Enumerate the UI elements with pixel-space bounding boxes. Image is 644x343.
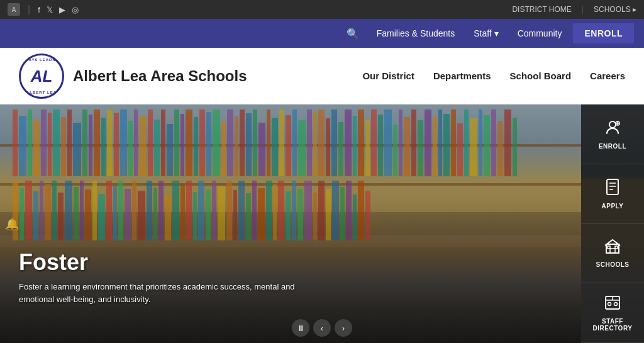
hero-section: 🔔 Foster Foster a learning environment t… (0, 104, 644, 343)
school-logo[interactable]: ALWAYS LEARNING AL ALBERT LEA (19, 53, 64, 99)
logo-arc-bottom: ALBERT LEA (26, 91, 57, 94)
header: ALWAYS LEARNING AL ALBERT LEA Albert Lea… (0, 48, 644, 104)
translate-icon[interactable]: A (8, 3, 20, 16)
twitter-icon[interactable]: 𝕏 (47, 5, 53, 14)
apply-icon (605, 178, 620, 200)
social-icons: f 𝕏 ▶ ◎ (38, 5, 79, 14)
schools-icon (604, 238, 621, 258)
logo-arc-top: ALWAYS LEARNING (19, 58, 64, 62)
pause-button[interactable]: ⏸ (292, 319, 309, 337)
schools-label: SCHOOLS (596, 261, 630, 268)
staff-directory-label: STAFF DIRECTORY (584, 318, 641, 332)
svg-rect-11 (615, 246, 618, 249)
svg-rect-9 (610, 249, 615, 253)
divider2: | (582, 5, 584, 14)
nav-community[interactable]: Community (510, 23, 570, 43)
nav-bar: 🔍 Families & Students Staff ▾ Community … (0, 19, 644, 48)
quick-link-apply[interactable]: APPLY (581, 164, 644, 224)
district-home-link[interactable]: DISTRICT HOME (512, 5, 571, 14)
hero-background (0, 104, 644, 343)
school-name: Albert Lea Area Schools (73, 67, 247, 85)
hero-title: Foster (19, 249, 321, 276)
nav-our-district[interactable]: Our District (362, 70, 414, 81)
apply-label: APPLY (602, 203, 624, 210)
svg-point-16 (614, 302, 618, 305)
nav-bar-inner: 🔍 Families & Students Staff ▾ Community … (340, 23, 634, 43)
hero-controls: ⏸ ‹ › (292, 319, 352, 337)
search-button[interactable]: 🔍 (340, 24, 365, 43)
nav-departments[interactable]: Departments (433, 70, 491, 81)
nav-staff[interactable]: Staff ▾ (466, 23, 506, 43)
svg-point-0 (609, 121, 616, 128)
hero-text: Foster Foster a learning environment tha… (19, 249, 321, 305)
prev-button[interactable]: ‹ (313, 319, 331, 337)
utility-bar: A | f 𝕏 ▶ ◎ DISTRICT HOME | SCHOOLS ▸ (0, 0, 644, 19)
staff-directory-icon (604, 295, 621, 315)
logo-area: ALWAYS LEARNING AL ALBERT LEA Albert Lea… (19, 53, 247, 99)
utility-bar-right: DISTRICT HOME | SCHOOLS ▸ (512, 5, 636, 14)
youtube-icon[interactable]: ▶ (59, 5, 65, 14)
quick-link-enroll[interactable]: ENROLL (581, 104, 644, 164)
enroll-icon (604, 118, 621, 140)
quick-link-schools[interactable]: SCHOOLS (581, 224, 644, 284)
schools-link[interactable]: SCHOOLS ▸ (594, 5, 636, 14)
utility-bar-left: A | f 𝕏 ▶ ◎ (8, 3, 79, 16)
hero-subtitle: Foster a learning environment that prior… (19, 281, 321, 305)
main-nav: Our District Departments School Board Ca… (362, 70, 625, 81)
facebook-icon[interactable]: f (38, 5, 40, 14)
svg-rect-10 (608, 246, 610, 249)
enroll-label: ENROLL (599, 143, 626, 150)
nav-school-board[interactable]: School Board (510, 70, 572, 81)
enroll-button[interactable]: ENROLL (573, 23, 634, 43)
instagram-icon[interactable]: ◎ (72, 5, 79, 14)
divider: | (28, 4, 30, 15)
svg-rect-4 (607, 179, 618, 194)
bell-icon[interactable]: 🔔 (5, 217, 19, 231)
logo-letters: AL (31, 68, 53, 84)
nav-careers[interactable]: Careers (590, 70, 625, 81)
quick-links-sidebar: ENROLL APPLY (581, 104, 644, 343)
svg-point-15 (608, 302, 611, 305)
quick-link-staff-directory[interactable]: STAFF DIRECTORY (581, 283, 644, 343)
nav-families-students[interactable]: Families & Students (369, 23, 463, 43)
next-button[interactable]: › (335, 319, 352, 337)
